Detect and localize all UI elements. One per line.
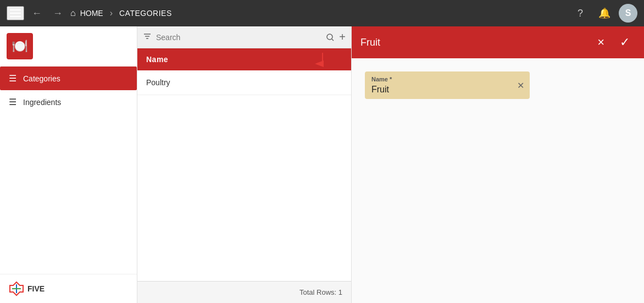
sidebar-footer: FIVE xyxy=(0,274,137,303)
breadcrumb-current: CATEGORIES xyxy=(119,9,172,18)
five-label: FIVE xyxy=(27,284,45,293)
breadcrumb-separator: › xyxy=(110,8,113,18)
table-row[interactable]: Poultry xyxy=(137,70,351,95)
user-avatar[interactable]: S xyxy=(619,4,637,23)
sidebar-nav: ☰ Categories ☰ Ingredients xyxy=(0,67,137,274)
main-layout: 🍽️ ☰ Categories ☰ Ingredients FIVE xyxy=(0,26,644,303)
sidebar-logo: 🍽️ xyxy=(0,26,137,67)
confirm-button[interactable]: ✓ xyxy=(614,33,635,52)
menu-button[interactable] xyxy=(7,6,24,20)
content-area: + Name Poultry xyxy=(137,26,644,303)
name-column-label: Name xyxy=(146,55,168,64)
forward-button[interactable]: → xyxy=(49,5,66,21)
top-navigation: ← → ⌂ HOME › CATEGORIES ? 🔔 S xyxy=(0,0,644,26)
detail-body: Name * Fruit ✕ xyxy=(352,58,644,303)
search-bar: + xyxy=(137,26,351,48)
name-field-value: Fruit xyxy=(371,85,523,95)
list-column-header: Name xyxy=(137,48,351,70)
detail-header: Fruit × ✓ xyxy=(352,26,644,58)
total-rows-label: Total Rows: 1 xyxy=(299,288,342,296)
help-button[interactable]: ? xyxy=(570,3,590,23)
search-input[interactable] xyxy=(156,33,321,42)
sidebar: 🍽️ ☰ Categories ☰ Ingredients FIVE xyxy=(0,26,137,303)
detail-title: Fruit xyxy=(360,37,587,48)
name-field-label: Name * xyxy=(371,76,523,82)
five-logo: FIVE xyxy=(9,281,45,296)
list-footer: Total Rows: 1 xyxy=(137,281,351,303)
search-button[interactable] xyxy=(326,33,335,42)
detail-panel: Fruit × ✓ Name * Fruit ✕ xyxy=(352,26,644,303)
five-logo-icon xyxy=(9,281,24,296)
sidebar-item-categories-label: Categories xyxy=(23,74,60,83)
filter-icon xyxy=(143,32,152,43)
name-field: Name * Fruit ✕ xyxy=(365,71,530,99)
list-icon: ☰ xyxy=(9,97,16,107)
list-panel: + Name Poultry xyxy=(137,26,352,303)
back-button[interactable]: ← xyxy=(29,5,45,21)
close-button[interactable]: × xyxy=(592,33,610,52)
menu-icon: ☰ xyxy=(9,73,16,84)
list-body: Poultry xyxy=(137,70,351,281)
app-logo: 🍽️ xyxy=(7,33,33,59)
home-icon: ⌂ xyxy=(70,8,76,18)
add-button[interactable]: + xyxy=(339,31,346,43)
sidebar-item-ingredients[interactable]: ☰ Ingredients xyxy=(0,90,137,114)
notifications-button[interactable]: 🔔 xyxy=(595,3,614,23)
home-label: HOME xyxy=(80,9,103,18)
home-link[interactable]: HOME xyxy=(80,9,103,18)
svg-point-6 xyxy=(327,34,332,40)
sidebar-item-categories[interactable]: ☰ Categories xyxy=(0,67,137,90)
svg-line-7 xyxy=(332,39,334,41)
name-field-clear-button[interactable]: ✕ xyxy=(517,80,524,91)
row-name: Poultry xyxy=(146,78,170,87)
sidebar-item-ingredients-label: Ingredients xyxy=(23,98,61,107)
